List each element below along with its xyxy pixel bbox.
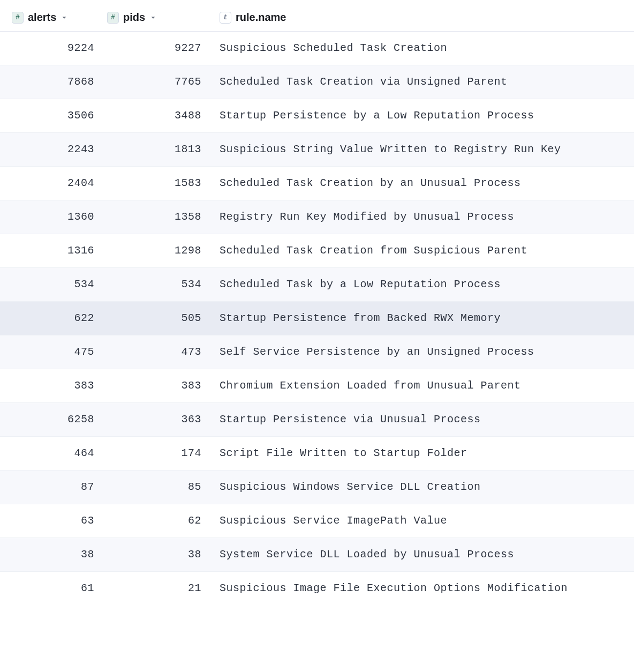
cell-rule-name: System Service DLL Loaded by Unusual Pro…: [214, 537, 634, 571]
text-type-icon: t: [220, 12, 231, 24]
cell-pids: 505: [107, 301, 214, 335]
cell-rule-name: Suspicious Image File Execution Options …: [214, 571, 634, 605]
cell-alerts: 7868: [0, 65, 107, 99]
table-row[interactable]: 6258363Startup Persistence via Unusual P…: [0, 402, 634, 436]
column-header-rule-name[interactable]: t rule.name: [214, 0, 634, 31]
table-row[interactable]: 534534Scheduled Task by a Low Reputation…: [0, 267, 634, 301]
cell-alerts: 2243: [0, 132, 107, 166]
cell-alerts: 464: [0, 436, 107, 470]
table-row[interactable]: 92249227Suspicious Scheduled Task Creati…: [0, 31, 634, 65]
cell-pids: 9227: [107, 31, 214, 65]
cell-rule-name: Startup Persistence via Unusual Process: [214, 402, 634, 436]
cell-pids: 1298: [107, 234, 214, 267]
cell-rule-name: Chromium Extension Loaded from Unusual P…: [214, 369, 634, 402]
column-label-pids: pids: [123, 11, 145, 24]
cell-alerts: 9224: [0, 31, 107, 65]
table-row[interactable]: 35063488Startup Persistence by a Low Rep…: [0, 99, 634, 132]
table-row[interactable]: 13601358Registry Run Key Modified by Unu…: [0, 200, 634, 234]
table-row[interactable]: 383383Chromium Extension Loaded from Unu…: [0, 369, 634, 402]
table-row[interactable]: 464174Script File Written to Startup Fol…: [0, 436, 634, 470]
cell-pids: 38: [107, 537, 214, 571]
cell-rule-name: Scheduled Task Creation via Unsigned Par…: [214, 65, 634, 99]
cell-alerts: 87: [0, 470, 107, 504]
cell-pids: 174: [107, 436, 214, 470]
cell-alerts: 1360: [0, 200, 107, 234]
table-row[interactable]: 78687765Scheduled Task Creation via Unsi…: [0, 65, 634, 99]
chevron-down-icon: [61, 14, 68, 21]
cell-alerts: 2404: [0, 166, 107, 200]
cell-pids: 62: [107, 504, 214, 537]
cell-rule-name: Startup Persistence by a Low Reputation …: [214, 99, 634, 132]
cell-alerts: 61: [0, 571, 107, 605]
cell-pids: 1813: [107, 132, 214, 166]
cell-pids: 21: [107, 571, 214, 605]
cell-alerts: 6258: [0, 402, 107, 436]
table-row[interactable]: 622505Startup Persistence from Backed RW…: [0, 301, 634, 335]
cell-alerts: 475: [0, 335, 107, 369]
table-row[interactable]: 22431813Suspicious String Value Written …: [0, 132, 634, 166]
results-table: # alerts # pids t rule.name 92: [0, 0, 634, 605]
cell-rule-name: Startup Persistence from Backed RWX Memo…: [214, 301, 634, 335]
cell-rule-name: Script File Written to Startup Folder: [214, 436, 634, 470]
table-row[interactable]: 475473Self Service Persistence by an Uns…: [0, 335, 634, 369]
cell-alerts: 63: [0, 504, 107, 537]
cell-pids: 1583: [107, 166, 214, 200]
cell-rule-name: Scheduled Task by a Low Reputation Proce…: [214, 267, 634, 301]
cell-rule-name: Suspicious Service ImagePath Value: [214, 504, 634, 537]
table-header-row: # alerts # pids t rule.name: [0, 0, 634, 31]
chevron-down-icon: [149, 14, 157, 21]
cell-pids: 383: [107, 369, 214, 402]
cell-pids: 3488: [107, 99, 214, 132]
cell-alerts: 1316: [0, 234, 107, 267]
cell-rule-name: Registry Run Key Modified by Unusual Pro…: [214, 200, 634, 234]
table-row[interactable]: 3838System Service DLL Loaded by Unusual…: [0, 537, 634, 571]
cell-alerts: 534: [0, 267, 107, 301]
cell-rule-name: Scheduled Task Creation from Suspicious …: [214, 234, 634, 267]
cell-pids: 363: [107, 402, 214, 436]
number-type-icon: #: [12, 12, 24, 24]
number-type-icon: #: [107, 12, 119, 24]
cell-alerts: 38: [0, 537, 107, 571]
table-body: 92249227Suspicious Scheduled Task Creati…: [0, 31, 634, 605]
table-row[interactable]: 8785Suspicious Windows Service DLL Creat…: [0, 470, 634, 504]
table-row[interactable]: 6121Suspicious Image File Execution Opti…: [0, 571, 634, 605]
cell-alerts: 622: [0, 301, 107, 335]
cell-alerts: 383: [0, 369, 107, 402]
column-label-alerts: alerts: [28, 11, 56, 24]
cell-rule-name: Scheduled Task Creation by an Unusual Pr…: [214, 166, 634, 200]
table-row[interactable]: 6362Suspicious Service ImagePath Value: [0, 504, 634, 537]
cell-pids: 7765: [107, 65, 214, 99]
column-header-pids[interactable]: # pids: [107, 0, 214, 31]
cell-pids: 85: [107, 470, 214, 504]
cell-rule-name: Suspicious Windows Service DLL Creation: [214, 470, 634, 504]
cell-pids: 473: [107, 335, 214, 369]
cell-rule-name: Suspicious String Value Written to Regis…: [214, 132, 634, 166]
column-label-rule-name: rule.name: [236, 11, 286, 24]
column-header-alerts[interactable]: # alerts: [0, 0, 107, 31]
table-row[interactable]: 24041583Scheduled Task Creation by an Un…: [0, 166, 634, 200]
cell-alerts: 3506: [0, 99, 107, 132]
cell-rule-name: Self Service Persistence by an Unsigned …: [214, 335, 634, 369]
cell-pids: 534: [107, 267, 214, 301]
cell-rule-name: Suspicious Scheduled Task Creation: [214, 31, 634, 65]
cell-pids: 1358: [107, 200, 214, 234]
table-row[interactable]: 13161298Scheduled Task Creation from Sus…: [0, 234, 634, 267]
